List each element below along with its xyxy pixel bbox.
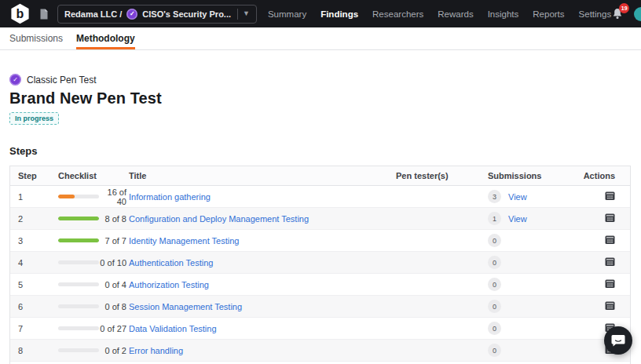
submissions-cell: 0: [488, 278, 574, 291]
checklist-count: 16 of 40: [99, 187, 129, 206]
top-navigation: Summary Findings Researchers Rewards Ins…: [268, 9, 611, 19]
actions-calendar-icon[interactable]: [605, 303, 615, 312]
chat-bubble-icon: [611, 334, 625, 348]
step-number: 8: [18, 346, 58, 355]
user-avatar[interactable]: [634, 7, 641, 21]
submissions-cell: 0: [488, 322, 574, 335]
checklist-cell: 0 of 27: [58, 324, 129, 333]
checklist-progress-bar: [58, 304, 99, 308]
col-header-actions: Actions: [574, 171, 623, 180]
notifications-bell-icon[interactable]: 19: [611, 7, 624, 20]
nav-reports[interactable]: Reports: [533, 9, 564, 19]
checklist-count: 0 of 2: [99, 346, 129, 355]
progress-fill: [58, 195, 75, 198]
table-row: 5 0 of 4 Authorization Testing 0: [10, 274, 630, 296]
checklist-count: 0 of 27: [99, 324, 129, 333]
submission-count-badge: 1: [488, 212, 501, 225]
submissions-cell: 0: [488, 256, 574, 269]
table-row: 2 8 of 8 Configuration and Deploy Manage…: [10, 208, 630, 230]
actions-calendar-icon[interactable]: [605, 281, 615, 290]
actions-calendar-icon[interactable]: [605, 237, 615, 246]
nav-findings[interactable]: Findings: [320, 9, 358, 19]
step-title-link[interactable]: Session Management Testing: [129, 302, 242, 311]
table-row: 8 0 of 2 Error handling 0: [10, 340, 630, 362]
col-header-submissions: Submissions: [488, 171, 574, 180]
step-number: 5: [18, 280, 58, 289]
nav-insights[interactable]: Insights: [488, 9, 519, 19]
tab-submissions[interactable]: Submissions: [9, 27, 63, 49]
step-number: 3: [18, 236, 58, 246]
main-content: ✓ Classic Pen Test Brand New Pen Test In…: [0, 50, 641, 364]
checklist-count: 8 of 8: [99, 214, 129, 224]
page-title: Brand New Pen Test: [9, 89, 631, 107]
topbar-right: 19: [611, 7, 641, 21]
submissions-cell: 0: [488, 344, 574, 357]
table-row: 1 16 of 40 Information gathering 3 View: [10, 186, 630, 208]
step-title-link[interactable]: Authentication Testing: [129, 258, 213, 268]
document-icon[interactable]: [39, 9, 49, 20]
actions-calendar-icon[interactable]: [605, 193, 615, 202]
table-row: 7 0 of 27 Data Validation Testing 0: [10, 318, 630, 340]
tabbar: Submissions Methodology: [0, 27, 641, 50]
step-title-link[interactable]: Authorization Testing: [129, 280, 209, 289]
steps-heading: Steps: [9, 145, 631, 157]
submissions-cell: 0: [488, 300, 574, 313]
svg-text:b: b: [16, 7, 24, 20]
bugcrowd-logo[interactable]: b: [9, 3, 31, 24]
step-number: 4: [18, 258, 58, 268]
checklist-cell: 0 of 2: [58, 346, 129, 355]
step-number: 2: [18, 214, 58, 224]
checklist-cell: 0 of 4: [58, 280, 129, 289]
submissions-cell: 0: [488, 234, 574, 247]
col-header-pen-testers: Pen tester(s): [396, 171, 488, 180]
program-switcher-dropdown[interactable]: Redama LLC / ✓ CISO's Security Pro... ▼: [57, 5, 257, 24]
submission-count-badge: 0: [488, 344, 501, 357]
submission-count-badge: 3: [488, 190, 501, 203]
submission-count-badge: 0: [488, 300, 501, 313]
submission-count-badge: 0: [488, 256, 501, 269]
progress-fill: [58, 238, 99, 242]
nav-rewards[interactable]: Rewards: [438, 9, 473, 19]
step-title-link[interactable]: Configuration and Deploy Management Test…: [129, 214, 309, 224]
view-submissions-link[interactable]: View: [508, 214, 527, 224]
submissions-cell: 1 View: [488, 212, 574, 225]
checklist-cell: 0 of 8: [58, 302, 129, 311]
table-body: 1 16 of 40 Information gathering 3 View: [10, 186, 630, 364]
step-title-link[interactable]: Information gathering: [129, 192, 211, 202]
actions-calendar-icon[interactable]: [605, 259, 615, 268]
submissions-cell: 3 View: [488, 190, 574, 203]
nav-settings[interactable]: Settings: [579, 9, 612, 19]
col-header-title: Title: [129, 171, 396, 180]
step-number: 6: [18, 302, 58, 311]
step-number: 7: [18, 324, 58, 333]
actions-calendar-icon[interactable]: [605, 215, 615, 224]
view-submissions-link[interactable]: View: [508, 192, 527, 202]
chat-launcher-button[interactable]: [604, 326, 632, 355]
submission-count-badge: 0: [488, 278, 501, 291]
nav-researchers[interactable]: Researchers: [372, 9, 423, 19]
checklist-progress-bar: [58, 260, 99, 264]
chevron-down-icon: ▼: [243, 10, 250, 17]
org-name: Redama LLC /: [64, 9, 122, 19]
dropdown-divider: [237, 9, 238, 20]
notification-count-badge: 19: [619, 3, 629, 13]
table-header-row: Step Checklist Title Pen tester(s) Submi…: [10, 166, 630, 186]
checklist-progress-bar: [58, 326, 99, 330]
topbar: b Redama LLC / ✓ CISO's Security Pro... …: [0, 0, 641, 27]
program-type-label: Classic Pen Test: [27, 75, 96, 86]
step-title-link[interactable]: Error handling: [129, 346, 183, 355]
program-type: ✓ Classic Pen Test: [9, 74, 631, 86]
checklist-count: 0 of 4: [99, 280, 129, 289]
program-name: CISO's Security Pro...: [142, 9, 231, 19]
page: b Redama LLC / ✓ CISO's Security Pro... …: [0, 0, 641, 364]
checklist-cell: 8 of 8: [58, 214, 129, 224]
checklist-progress-bar: [58, 282, 99, 286]
nav-summary[interactable]: Summary: [268, 9, 306, 19]
checklist-cell: 7 of 7: [58, 236, 129, 246]
tab-methodology[interactable]: Methodology: [76, 27, 135, 49]
step-title-link[interactable]: Identity Management Testing: [129, 236, 239, 246]
status-badge: In progress: [9, 112, 59, 125]
checklist-count: 0 of 8: [99, 302, 129, 311]
step-title-link[interactable]: Data Validation Testing: [129, 324, 217, 333]
checklist-cell: 0 of 10: [58, 258, 129, 268]
